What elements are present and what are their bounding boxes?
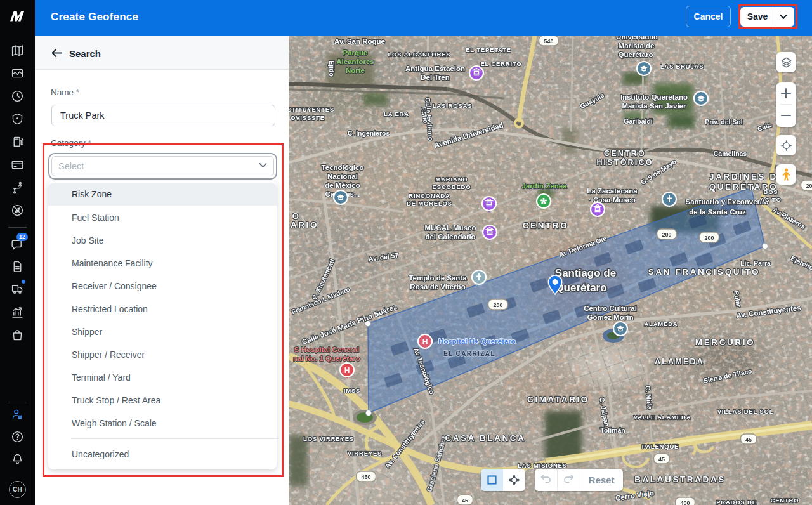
svg-text:EL TEPETATE: EL TEPETATE	[466, 46, 511, 53]
svg-text:45: 45	[658, 456, 665, 462]
svg-text:Rosa de Viterbo: Rosa de Viterbo	[410, 283, 465, 291]
svg-text:PALENQUE: PALENQUE	[642, 443, 679, 450]
svg-text:DE MORELOS: DE MORELOS	[407, 200, 452, 207]
svg-text:Gómez Morín: Gómez Morín	[587, 313, 634, 321]
svg-text:de la Santa Cruz: de la Santa Cruz	[689, 208, 746, 216]
svg-text:200: 200	[662, 232, 671, 238]
svg-text:HISTÓRICO: HISTÓRICO	[596, 157, 653, 167]
svg-text:Hospital H+ Querétaro: Hospital H+ Querétaro	[438, 338, 516, 345]
svg-text:CENTRO: CENTRO	[523, 221, 569, 230]
svg-text:del Calendario: del Calendario	[425, 233, 475, 240]
svg-text:CIMATARIO: CIMATARIO	[527, 395, 589, 404]
svg-text:Camelinas: Camelinas	[714, 150, 747, 157]
svg-text:STITUYENTES: STITUYENTES	[289, 106, 334, 113]
svg-text:Del Tren: Del Tren	[421, 74, 449, 81]
svg-text:CENTRO: CENTRO	[771, 497, 799, 504]
svg-text:Av. San Roque: Av. San Roque	[334, 37, 385, 45]
svg-text:SAN FRANCISQUITO: SAN FRANCISQUITO	[648, 267, 760, 277]
svg-text:VALLE ALAMEDA: VALLE ALAMEDA	[634, 414, 691, 421]
svg-text:VIRREYES: VIRREYES	[348, 450, 382, 457]
svg-text:Priv. del Sol: Priv. del Sol	[705, 118, 742, 126]
svg-text:CENTRO: CENTRO	[604, 149, 646, 158]
svg-text:O: O	[292, 211, 300, 221]
svg-text:EL CERRITO: EL CERRITO	[480, 60, 521, 67]
svg-text:C. Ingenieros: C. Ingenieros	[348, 129, 390, 137]
svg-text:Parque: Parque	[343, 49, 368, 56]
svg-text:Marista de: Marista de	[619, 42, 655, 49]
svg-text:S Hospital General: S Hospital General	[294, 346, 359, 353]
svg-text:ARIO: ARIO	[291, 220, 318, 230]
svg-text:Marista San Javier: Marista San Javier	[622, 102, 686, 110]
svg-text:Ejido: Ejido	[328, 60, 336, 77]
svg-text:Santuario y Exconvento: Santuario y Exconvento	[685, 198, 768, 206]
svg-text:400: 400	[680, 500, 690, 505]
svg-text:LA ERA: LA ERA	[384, 110, 409, 117]
svg-text:PRADOS DE: PRADOS DE	[716, 499, 757, 505]
svg-text:Tolimán: Tolimán	[600, 426, 625, 434]
svg-text:200: 200	[493, 302, 502, 308]
svg-text:Lic. Parra: Lic. Parra	[740, 259, 771, 267]
svg-text:nal No. 1 Querétaro: nal No. 1 Querétaro	[293, 355, 360, 362]
svg-text:LOS ALCANFORES: LOS ALCANFORES	[388, 51, 451, 58]
svg-text:MARIANO: MARIANO	[436, 176, 468, 183]
svg-text:Instituto Queretano: Instituto Queretano	[620, 93, 688, 101]
svg-text:MERCURIO: MERCURIO	[695, 338, 755, 347]
svg-text:LAS BRUJAS: LAS BRUJAS	[660, 63, 704, 70]
svg-text:AC TO: AC TO	[760, 196, 781, 203]
svg-text:CASA BLANCA: CASA BLANCA	[445, 433, 525, 443]
svg-text:LAS ROSAS: LAS ROSAS	[433, 102, 473, 109]
svg-text:Templo de Santa: Templo de Santa	[409, 274, 467, 282]
svg-text:Querétaro: Querétaro	[555, 282, 606, 294]
svg-text:VILLAS DEL SOL: VILLAS DEL SOL	[717, 408, 774, 415]
svg-text:Santiago de: Santiago de	[555, 267, 616, 279]
svg-text:Nacional: Nacional	[327, 173, 358, 180]
svg-text:BALAUSTRADAS: BALAUSTRADAS	[634, 475, 726, 484]
svg-text:540: 540	[544, 38, 553, 44]
svg-text:Tecnológico: Tecnológico	[322, 164, 364, 171]
svg-text:200: 200	[806, 183, 812, 189]
svg-text:45: 45	[462, 497, 468, 504]
svg-text:OVISSSTE: OVISSSTE	[291, 114, 325, 121]
svg-text:Querétaro: Querétaro	[619, 51, 653, 58]
svg-text:Centro Cultural: Centro Cultural	[584, 305, 637, 312]
svg-text:450: 450	[361, 474, 370, 480]
svg-text:Antigua Estacion: Antigua Estacion	[405, 65, 465, 72]
svg-text:RINCONADA: RINCONADA	[409, 192, 450, 199]
svg-text:H: H	[344, 366, 350, 375]
svg-text:Jardín Zenea: Jardín Zenea	[522, 182, 568, 190]
svg-text:MUCAL Museo: MUCAL Museo	[425, 224, 476, 232]
svg-text:de México: de México	[325, 181, 360, 189]
svg-text:H: H	[422, 338, 428, 346]
svg-text:Garibaldi: Garibaldi	[624, 117, 653, 125]
svg-text:ALAMEDA: ALAMEDA	[644, 320, 678, 327]
svg-text:Norte: Norte	[346, 67, 365, 74]
svg-text:La Zacatecana: La Zacatecana	[587, 187, 638, 195]
svg-text:LAS MISIONES: LAS MISIONES	[518, 462, 567, 469]
svg-text:ALAMEDA: ALAMEDA	[655, 357, 704, 366]
svg-text:BOS: BOS	[764, 188, 778, 195]
svg-text:45: 45	[745, 436, 752, 443]
svg-text:JARDINES D: JARDINES D	[709, 172, 778, 181]
svg-text:Alcanfores: Alcanfores	[336, 58, 374, 65]
svg-text:200: 200	[704, 235, 714, 241]
svg-text:Universidad: Universidad	[616, 36, 658, 41]
svg-text:ESCOBEDO: ESCOBEDO	[433, 183, 471, 190]
svg-text:LOS VIRREYES: LOS VIRREYES	[303, 435, 354, 442]
svg-text:EL CARRIZAL: EL CARRIZAL	[443, 350, 495, 357]
svg-text:IMSS: IMSS	[344, 387, 360, 394]
